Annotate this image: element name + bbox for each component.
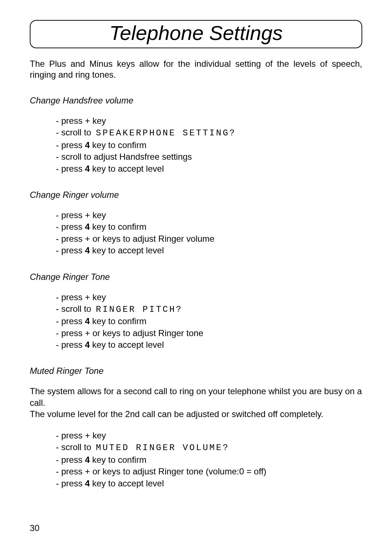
- section-ringer-volume-steps: - press + key - press 4 key to confirm -…: [30, 209, 362, 257]
- step-text: - press + key: [56, 210, 106, 220]
- key-label: 4: [85, 164, 90, 174]
- step-text: - press + or keys to adjust Ringer volum…: [56, 234, 215, 244]
- key-label: 4: [85, 140, 90, 150]
- key-label: 4: [85, 455, 90, 465]
- step-text: - press: [56, 140, 85, 150]
- lcd-text: SPEAKERPHONE SETTING?: [96, 128, 236, 138]
- step-text: key to confirm: [90, 140, 146, 150]
- step: - press + or keys to adjust Ringer tone: [56, 327, 362, 339]
- title-box: Telephone Settings: [30, 20, 362, 48]
- paragraph-text: The system allows for a second call to r…: [30, 386, 362, 407]
- step: - press + or keys to adjust Ringer tone …: [56, 466, 362, 477]
- step: - press 4 key to confirm: [56, 315, 362, 327]
- section-ringer-tone-label: Change Ringer Tone: [30, 272, 362, 282]
- lcd-text: RINGER PITCH?: [96, 305, 183, 314]
- page-title: Telephone Settings: [30, 23, 362, 43]
- section-muted-ringer-label: Muted Ringer Tone: [30, 366, 362, 376]
- key-label: 4: [85, 478, 90, 488]
- step-text: - scroll to: [56, 442, 94, 452]
- step: - press 4 key to accept level: [56, 245, 362, 256]
- key-label: 4: [85, 222, 90, 232]
- step-text: - press: [56, 164, 85, 174]
- section-ringer-volume-label: Change Ringer volume: [30, 190, 362, 200]
- section-ringer-tone-steps: - press + key - scroll to RINGER PITCH? …: [30, 291, 362, 351]
- muted-ringer-paragraph: The system allows for a second call to r…: [30, 385, 362, 420]
- key-label: 4: [85, 340, 90, 350]
- step-text: key to accept level: [90, 478, 164, 488]
- step: - press + key: [56, 209, 362, 221]
- step: - press 4 key to accept level: [56, 163, 362, 175]
- step-text: key to confirm: [90, 222, 146, 232]
- step-text: - press: [56, 316, 85, 326]
- document-page: Telephone Settings The Plus and Minus ke…: [0, 0, 392, 555]
- intro-paragraph: The Plus and Minus keys allow for the in…: [30, 58, 362, 80]
- key-label: 4: [85, 316, 90, 326]
- step: - scroll to adjust Handsfree settings: [56, 151, 362, 163]
- step: - press + key: [56, 115, 362, 127]
- section-muted-ringer-steps: - press + key - scroll to MUTED RINGER V…: [30, 430, 362, 489]
- step: - scroll to SPEAKERPHONE SETTING?: [56, 127, 362, 139]
- page-number: 30: [30, 523, 40, 533]
- step: - press + key: [56, 430, 362, 441]
- step-text: - scroll to adjust Handsfree settings: [56, 152, 192, 162]
- lcd-text: MUTED RINGER VOLUME?: [96, 443, 229, 453]
- step: - press 4 key to confirm: [56, 221, 362, 233]
- step: - scroll to MUTED RINGER VOLUME?: [56, 441, 362, 454]
- step: - press 4 key to accept level: [56, 478, 362, 489]
- key-label: 4: [85, 245, 90, 255]
- step: - scroll to RINGER PITCH?: [56, 303, 362, 315]
- step-text: - scroll to: [56, 304, 94, 314]
- step-text: - press + key: [56, 430, 106, 440]
- step-text: - scroll to: [56, 127, 94, 137]
- step-text: - press: [56, 245, 85, 255]
- step-text: - press: [56, 455, 85, 465]
- step: - press + key: [56, 291, 362, 303]
- step: - press 4 key to confirm: [56, 139, 362, 151]
- step-text: key to accept level: [90, 340, 164, 350]
- step-text: - press + key: [56, 116, 106, 126]
- section-handsfree-label: Change Handsfree volume: [30, 95, 362, 106]
- step: - press 4 key to confirm: [56, 454, 362, 466]
- step-text: key to accept level: [90, 164, 164, 174]
- step-text: - press + key: [56, 292, 106, 302]
- step-text: - press: [56, 340, 85, 350]
- step-text: - press + or keys to adjust Ringer tone: [56, 328, 203, 338]
- section-handsfree-steps: - press + key - scroll to SPEAKERPHONE S…: [30, 115, 362, 175]
- step-text: - press + or keys to adjust Ringer tone …: [56, 466, 266, 476]
- paragraph-text: The volume level for the 2nd call can be…: [30, 409, 323, 419]
- step-text: - press: [56, 222, 85, 232]
- step-text: key to confirm: [90, 316, 146, 326]
- step-text: key to confirm: [90, 455, 146, 465]
- step: - press + or keys to adjust Ringer volum…: [56, 233, 362, 245]
- step: - press 4 key to accept level: [56, 339, 362, 351]
- step-text: key to accept level: [90, 245, 164, 255]
- step-text: - press: [56, 478, 85, 488]
